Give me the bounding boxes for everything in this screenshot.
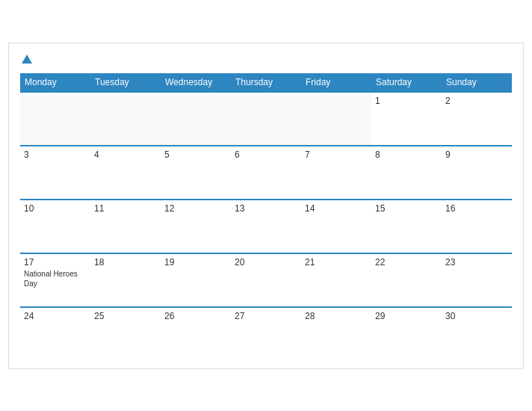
day-cell: 11	[90, 200, 161, 253]
day-cell: 22	[371, 253, 442, 307]
day-cell: 5	[161, 146, 231, 200]
day-number: 29	[375, 311, 438, 321]
logo	[20, 55, 34, 64]
day-number: 17	[24, 257, 87, 268]
day-cell: 29	[371, 307, 442, 361]
day-number: 12	[164, 203, 227, 214]
day-cell: 4	[90, 146, 161, 200]
day-cell: 13	[231, 200, 301, 253]
day-number: 11	[94, 203, 157, 214]
day-number: 3	[24, 149, 87, 160]
day-cell: 18	[90, 253, 161, 307]
week-row-1: 12	[20, 92, 512, 146]
day-number: 14	[305, 203, 368, 214]
day-cell	[20, 92, 90, 146]
week-row-3: 10111213141516	[20, 200, 512, 253]
day-cell: 10	[20, 200, 90, 253]
weekday-header-wednesday: Wednesday	[161, 73, 231, 92]
day-cell: 2	[442, 92, 512, 146]
weekday-header-thursday: Thursday	[231, 73, 301, 92]
day-number: 27	[235, 311, 297, 321]
week-row-5: 24252627282930	[20, 307, 512, 361]
day-number: 22	[375, 257, 438, 268]
day-cell	[231, 92, 301, 146]
calendar-wrapper: MondayTuesdayWednesdayThursdayFridaySatu…	[8, 43, 524, 369]
day-number: 5	[164, 149, 227, 160]
day-cell	[161, 92, 231, 146]
day-number: 23	[445, 257, 508, 268]
weekday-header-sunday: Sunday	[442, 73, 512, 92]
day-cell	[90, 92, 161, 146]
day-number: 4	[94, 149, 157, 160]
day-number: 8	[375, 149, 438, 160]
calendar-header	[20, 55, 512, 64]
day-number: 13	[235, 203, 297, 214]
day-cell: 6	[231, 146, 301, 200]
event-label: National Heroes Day	[24, 269, 87, 288]
day-number: 26	[164, 311, 227, 321]
day-cell: 15	[371, 200, 442, 253]
logo-triangle-icon	[22, 55, 32, 64]
day-number: 30	[445, 311, 508, 321]
day-number: 18	[94, 257, 157, 268]
day-cell: 9	[442, 146, 512, 200]
day-number: 28	[305, 311, 368, 321]
day-number: 9	[445, 149, 508, 160]
day-number: 1	[375, 96, 438, 106]
day-cell: 8	[371, 146, 442, 200]
day-number: 7	[305, 149, 368, 160]
day-cell: 25	[90, 307, 161, 361]
day-cell: 7	[301, 146, 371, 200]
calendar-table: MondayTuesdayWednesdayThursdayFridaySatu…	[20, 73, 512, 361]
day-cell: 30	[442, 307, 512, 361]
day-cell	[301, 92, 371, 146]
day-number: 21	[305, 257, 368, 268]
day-number: 10	[24, 203, 87, 214]
weekday-header-row: MondayTuesdayWednesdayThursdayFridaySatu…	[20, 73, 512, 92]
day-number: 15	[375, 203, 438, 214]
weekday-header-monday: Monday	[20, 73, 90, 92]
day-cell: 16	[442, 200, 512, 253]
week-row-2: 3456789	[20, 146, 512, 200]
day-cell: 17National Heroes Day	[20, 253, 90, 307]
week-row-4: 17National Heroes Day181920212223	[20, 253, 512, 307]
weekday-header-saturday: Saturday	[371, 73, 442, 92]
day-number: 20	[235, 257, 297, 268]
day-cell: 28	[301, 307, 371, 361]
day-number: 19	[164, 257, 227, 268]
day-cell: 21	[301, 253, 371, 307]
day-number: 6	[235, 149, 297, 160]
day-number: 24	[24, 311, 87, 321]
day-cell: 20	[231, 253, 301, 307]
weekday-header-friday: Friday	[301, 73, 371, 92]
day-number: 16	[445, 203, 508, 214]
day-cell: 12	[161, 200, 231, 253]
day-number: 2	[445, 96, 508, 106]
day-cell: 1	[371, 92, 442, 146]
day-cell: 26	[161, 307, 231, 361]
day-cell: 24	[20, 307, 90, 361]
day-cell: 14	[301, 200, 371, 253]
day-cell: 3	[20, 146, 90, 200]
day-number: 25	[94, 311, 157, 321]
weekday-header-tuesday: Tuesday	[90, 73, 161, 92]
day-cell: 27	[231, 307, 301, 361]
day-cell: 23	[442, 253, 512, 307]
day-cell: 19	[161, 253, 231, 307]
